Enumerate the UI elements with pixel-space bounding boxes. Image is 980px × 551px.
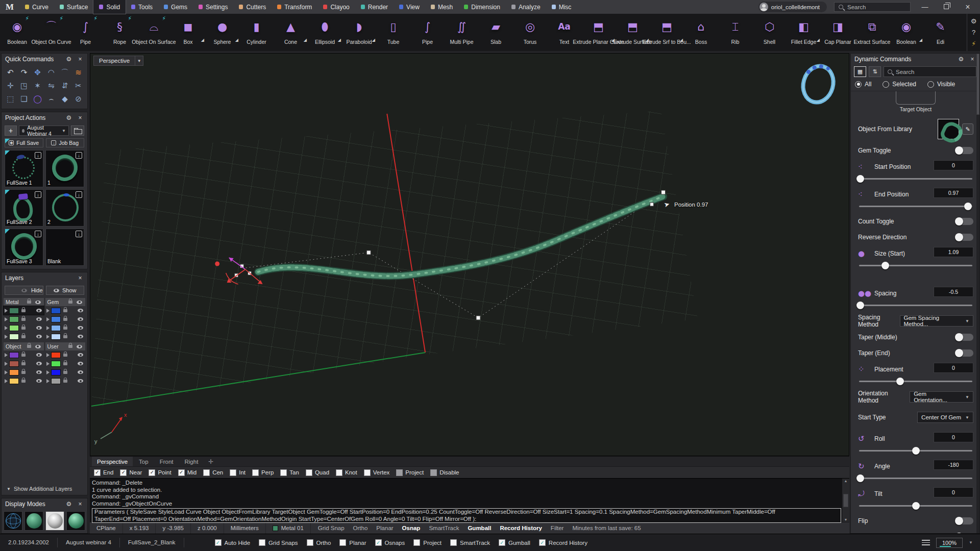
menu-item-dimension[interactable]: Dimension	[458, 0, 506, 14]
osnap-knot[interactable]: Knot	[336, 469, 357, 476]
toolbar-button-ellipsoid[interactable]: ⬮ ◢ Ellipsoid	[308, 14, 342, 51]
eye-icon[interactable]	[35, 345, 41, 348]
slider-angle[interactable]	[859, 474, 972, 482]
slider-knob[interactable]	[912, 502, 920, 510]
menu-item-transform[interactable]: Transform	[272, 0, 317, 14]
active-layer-chip[interactable]: Metal 01	[266, 522, 311, 534]
layer-color-swatch[interactable]	[51, 316, 61, 322]
slider-knob[interactable]	[856, 175, 864, 183]
eye-icon[interactable]	[78, 309, 83, 312]
add-view-tab-button[interactable]: ✛	[204, 458, 217, 465]
settings-gear-icon[interactable]: ⚙	[971, 17, 977, 25]
expand-triangle-icon[interactable]	[5, 335, 8, 339]
layer-row[interactable]	[45, 350, 86, 359]
project-thumbnail-fullsave-3[interactable]: ↓ FullSave 3	[5, 229, 43, 266]
sort-toggle-button[interactable]: ⇅	[869, 66, 881, 77]
expand-triangle-icon[interactable]	[46, 370, 50, 374]
panel-close-icon[interactable]: ×	[77, 56, 84, 63]
eye-icon[interactable]	[36, 335, 42, 338]
checkbox-icon[interactable]: ✓	[149, 469, 155, 476]
menu-item-render[interactable]: Render	[355, 0, 394, 14]
lightning-icon[interactable]: ⚡	[971, 40, 976, 47]
toggle-switch[interactable]	[955, 218, 973, 225]
display-mode-ghosted[interactable]	[45, 511, 64, 531]
filter-radio-selected[interactable]: Selected	[883, 81, 916, 88]
panel-scrollbar[interactable]	[976, 54, 979, 533]
show-layers-button[interactable]: Show	[46, 286, 85, 295]
dropdown-orientation-method[interactable]: Gem Orientation... ▼	[910, 391, 973, 403]
status-toggle-osnap[interactable]: Osnap	[402, 525, 421, 531]
export-icon[interactable]: ↓	[76, 152, 82, 159]
toggle-switch[interactable]	[955, 234, 973, 241]
commands-search-input[interactable]: Search	[884, 66, 976, 77]
lock-icon[interactable]	[63, 335, 67, 338]
status-toggle-gumball[interactable]: Gumball	[468, 525, 491, 531]
quick-command-move[interactable]: ✛	[4, 79, 17, 92]
checkbox-icon[interactable]: ✓	[94, 469, 101, 476]
quick-command-arc-point[interactable]: ◠	[44, 66, 58, 79]
panel-close-icon[interactable]: ×	[77, 114, 84, 121]
show-additional-layers[interactable]: ▼ Show Additional Layers	[2, 484, 87, 495]
slider-knob[interactable]	[856, 474, 864, 482]
eye-icon[interactable]	[35, 300, 41, 304]
numeric-pad-toggle-button[interactable]: ▦	[854, 66, 866, 77]
layer-color-swatch[interactable]	[51, 361, 61, 367]
quick-command-gems-group[interactable]: ✥	[31, 66, 44, 79]
slider-track[interactable]	[859, 381, 972, 382]
lock-icon[interactable]	[63, 309, 67, 312]
display-mode-wireframe[interactable]	[4, 511, 22, 531]
scrollbar-thumb[interactable]	[976, 54, 979, 115]
status-toggle-planar[interactable]: Planar	[376, 525, 393, 531]
toolbar-button-object-on-curve[interactable]: ⌒ ⚡ Object On Curve	[34, 14, 68, 51]
expand-triangle-icon[interactable]	[46, 379, 50, 383]
layer-color-swatch[interactable]	[9, 325, 19, 331]
toolbar-button-torus[interactable]: ◎ Torus	[513, 14, 547, 51]
toolbar-button-sphere[interactable]: ● ◢ Sphere	[205, 14, 239, 51]
slider-knob[interactable]	[856, 302, 864, 309]
gumball-origin-dot[interactable]	[215, 262, 219, 266]
project-thumbnail-fullsave-1[interactable]: ↓ FullSave 1	[5, 150, 43, 187]
global-search-input[interactable]: Search	[834, 2, 911, 12]
checkbox-icon[interactable]	[280, 469, 287, 476]
scrollbar-thumb[interactable]	[843, 494, 848, 507]
status-toggle-grid-snap[interactable]: Grid Snap	[318, 525, 345, 531]
layer-color-swatch[interactable]	[51, 308, 61, 314]
minimize-button[interactable]: —	[918, 3, 932, 11]
quick-command-curve-handle[interactable]: ⌒	[58, 66, 72, 79]
eye-icon[interactable]	[78, 317, 83, 321]
chain-object[interactable]	[258, 196, 664, 276]
osnap-int[interactable]: Int	[230, 469, 246, 476]
layer-color-swatch[interactable]	[9, 316, 19, 322]
checkbox-icon[interactable]	[307, 539, 313, 546]
quick-command-redo[interactable]: ↷	[17, 66, 31, 79]
quick-command-selection-box[interactable]: ⬚	[4, 92, 17, 106]
eye-icon[interactable]	[36, 326, 42, 330]
menu-item-tools[interactable]: Tools	[126, 0, 158, 14]
layer-color-swatch[interactable]	[9, 378, 19, 384]
checkbox-icon[interactable]	[339, 539, 346, 546]
expand-triangle-icon[interactable]	[5, 370, 8, 374]
view-tab-right[interactable]: Right	[179, 457, 203, 467]
toolbar-button-box[interactable]: ◼ ◢ Box	[171, 14, 205, 51]
current-project[interactable]: August webinar 4	[58, 538, 120, 548]
layer-color-swatch[interactable]	[9, 369, 19, 375]
checkbox-icon[interactable]: ✓	[120, 469, 127, 476]
osnap-perp[interactable]: Perp	[252, 469, 274, 476]
lock-icon[interactable]	[21, 318, 26, 321]
slider-track[interactable]	[859, 265, 972, 266]
restore-button[interactable]	[939, 3, 953, 11]
eye-icon[interactable]	[36, 309, 42, 312]
osnap-project[interactable]: Project	[396, 469, 424, 476]
eye-icon[interactable]	[36, 370, 42, 374]
project-thumbnail-fullsave-2[interactable]: ↓ FullSave 2	[5, 189, 43, 227]
layer-row[interactable]	[4, 306, 44, 315]
layer-color-swatch[interactable]	[9, 352, 19, 358]
expand-triangle-icon[interactable]	[46, 309, 50, 313]
checkbox-icon[interactable]	[450, 539, 457, 546]
view-tab-front[interactable]: Front	[155, 457, 179, 467]
export-icon[interactable]: ↓	[35, 152, 41, 159]
layer-row[interactable]	[4, 359, 44, 368]
help-icon[interactable]: ?	[972, 29, 975, 36]
slider-track[interactable]	[859, 206, 972, 207]
control-points[interactable]	[235, 190, 666, 320]
